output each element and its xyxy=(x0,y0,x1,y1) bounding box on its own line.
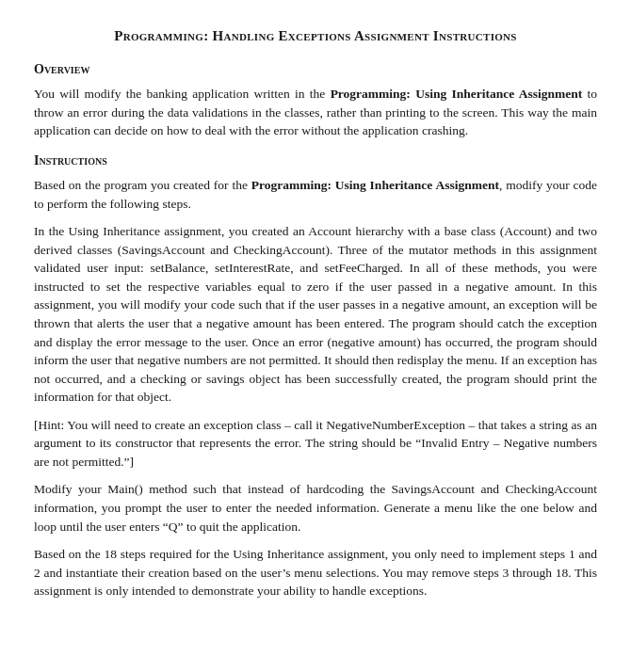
instructions-paragraph-2: In the Using Inheritance assignment, you… xyxy=(34,222,597,407)
instructions-paragraph-4: Modify your Main() method such that inst… xyxy=(34,480,597,536)
instructions-paragraph-5: Based on the 18 steps required for the U… xyxy=(34,545,597,600)
instructions-paragraph-3: [Hint: You will need to create an except… xyxy=(34,416,597,472)
bold-assignment-ref-1: Programming: Using Inheritance Assignmen… xyxy=(331,87,583,101)
bold-assignment-ref-2: Programming: Using Inheritance Assignmen… xyxy=(251,178,499,192)
document-title: Programming: Handling Exceptions Assignm… xyxy=(34,26,597,47)
document: Programming: Handling Exceptions Assignm… xyxy=(0,0,631,672)
instructions-heading: Instructions xyxy=(34,152,597,170)
instructions-paragraph-1: Based on the program you created for the… xyxy=(34,176,597,213)
overview-heading: Overview xyxy=(34,60,597,79)
overview-paragraph: You will modify the banking application … xyxy=(34,85,597,140)
